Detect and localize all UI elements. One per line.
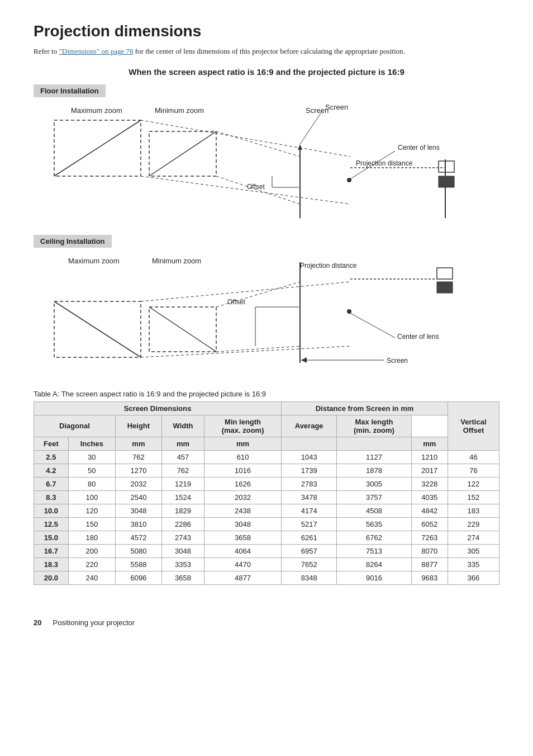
footer-section: Positioning your projector xyxy=(53,618,135,627)
svg-line-35 xyxy=(149,307,216,352)
table-cell: 16.7 xyxy=(34,544,69,557)
table-cell: 8877 xyxy=(411,557,448,571)
intro-paragraph: Refer to "Dimensions" on page 78 for the… xyxy=(34,46,499,57)
screen-dimensions-header: Screen Dimensions xyxy=(34,401,282,415)
table-cell: 2540 xyxy=(115,490,161,504)
aspect-ratio-subtitle: When the screen aspect ratio is 16:9 and… xyxy=(34,67,499,77)
intro-text: Refer to xyxy=(34,47,59,55)
width-mm-header: mm xyxy=(161,437,204,450)
table-cell: 5217 xyxy=(282,517,337,531)
table-cell: 8.3 xyxy=(34,490,69,504)
table-row: 12.5150381022863048521756356052229 xyxy=(34,517,499,531)
min-length-header: Min length(max. zoom) xyxy=(204,415,282,437)
table-cell: 6052 xyxy=(411,517,448,531)
table-cell: 3658 xyxy=(161,571,204,584)
table-cell: 3757 xyxy=(337,490,412,504)
table-cell: 2286 xyxy=(161,517,204,531)
table-cell: 3005 xyxy=(337,477,412,490)
svg-line-6 xyxy=(149,131,216,176)
average-header: Average xyxy=(282,415,337,437)
table-cell: 9016 xyxy=(337,571,412,584)
table-row: 4.2501270762101617391878201776 xyxy=(34,464,499,477)
height-header: Height xyxy=(115,415,161,437)
avg-mm-header xyxy=(282,437,337,450)
table-cell: 100 xyxy=(68,490,115,504)
table-cell: 220 xyxy=(68,557,115,571)
table-cell: 8070 xyxy=(411,544,448,557)
table-cell: 1127 xyxy=(337,450,412,464)
table-cell: 6762 xyxy=(337,531,412,544)
table-cell: 18.3 xyxy=(34,557,69,571)
table-cell: 2.5 xyxy=(34,450,69,464)
table-cell: 12.5 xyxy=(34,517,69,531)
table-cell: 3658 xyxy=(204,531,282,544)
table-cell: 122 xyxy=(448,477,499,490)
table-header-row-3: Feet Inches mm mm mm mm xyxy=(34,437,499,450)
table-cell: 1219 xyxy=(161,477,204,490)
table-cell: 1626 xyxy=(204,477,282,490)
table-cell: 120 xyxy=(68,504,115,517)
svg-text:Center of lens: Center of lens xyxy=(398,144,440,152)
table-cell: 4174 xyxy=(282,504,337,517)
table-cell: 30 xyxy=(68,450,115,464)
table-cell: 6957 xyxy=(282,544,337,557)
feet-header: Feet xyxy=(34,437,69,450)
table-cell: 8348 xyxy=(282,571,337,584)
table-cell: 6261 xyxy=(282,531,337,544)
table-cell: 4877 xyxy=(204,571,282,584)
table-cell: 1878 xyxy=(337,464,412,477)
table-cell: 4470 xyxy=(204,557,282,571)
table-cell: 3228 xyxy=(411,477,448,490)
table-cell: 457 xyxy=(161,450,204,464)
svg-marker-12 xyxy=(298,144,302,150)
table-cell: 4.2 xyxy=(34,464,69,477)
dimensions-link[interactable]: "Dimensions" on page 78 xyxy=(59,47,133,55)
table-cell: 3353 xyxy=(161,557,204,571)
svg-line-4 xyxy=(54,120,141,176)
svg-rect-29 xyxy=(437,268,453,279)
table-cell: 229 xyxy=(448,517,499,531)
svg-text:Center of lens: Center of lens xyxy=(397,333,439,341)
max-mm-header xyxy=(337,437,412,450)
svg-line-39 xyxy=(141,346,350,357)
table-cell: 3810 xyxy=(115,517,161,531)
table-row: 8.3100254015242032347837574035152 xyxy=(34,490,499,504)
svg-line-10 xyxy=(141,176,350,204)
table-cell: 1270 xyxy=(115,464,161,477)
table-cell: 7513 xyxy=(337,544,412,557)
table-cell: 10.0 xyxy=(34,504,69,517)
inches-header: Inches xyxy=(68,437,115,450)
max-length-header: Max length(min. zoom) xyxy=(337,415,412,437)
table-cell: 7263 xyxy=(411,531,448,544)
table-caption: Table A: The screen aspect ratio is 16:9… xyxy=(34,390,499,398)
table-cell: 1016 xyxy=(204,464,282,477)
svg-text:Maximum zoom: Maximum zoom xyxy=(68,257,120,265)
table-cell: 15.0 xyxy=(34,531,69,544)
svg-text:Screen: Screen xyxy=(325,103,348,111)
svg-text:Projection distance: Projection distance xyxy=(356,159,413,167)
svg-rect-18 xyxy=(439,161,454,172)
page-footer: 20 Positioning your projector xyxy=(34,618,499,627)
table-cell: 76 xyxy=(448,464,499,477)
svg-point-46 xyxy=(347,309,351,314)
table-cell: 9683 xyxy=(411,571,448,584)
distance-header: Distance from Screen in mm xyxy=(282,401,448,415)
svg-line-9 xyxy=(141,120,350,157)
table-cell: 50 xyxy=(68,464,115,477)
page-title: Projection dimensions xyxy=(34,22,499,40)
svg-text:Minimum zoom: Minimum zoom xyxy=(152,257,201,265)
table-cell: 2032 xyxy=(115,477,161,490)
table-cell: 3048 xyxy=(204,517,282,531)
svg-text:Offset: Offset xyxy=(247,183,265,191)
table-cell: 1739 xyxy=(282,464,337,477)
table-cell: 180 xyxy=(68,531,115,544)
intro-rest: for the center of lens dimensions of thi… xyxy=(134,47,405,55)
table-cell: 3048 xyxy=(161,544,204,557)
table-cell: 4064 xyxy=(204,544,282,557)
table-body: 2.530762457610104311271210464.2501270762… xyxy=(34,450,499,584)
floor-installation-section: Floor Installation Maximum zoom Minimum … xyxy=(34,84,499,229)
table-cell: 4508 xyxy=(337,504,412,517)
table-cell: 2017 xyxy=(411,464,448,477)
svg-text:Projection distance: Projection distance xyxy=(300,262,357,270)
table-cell: 2032 xyxy=(204,490,282,504)
